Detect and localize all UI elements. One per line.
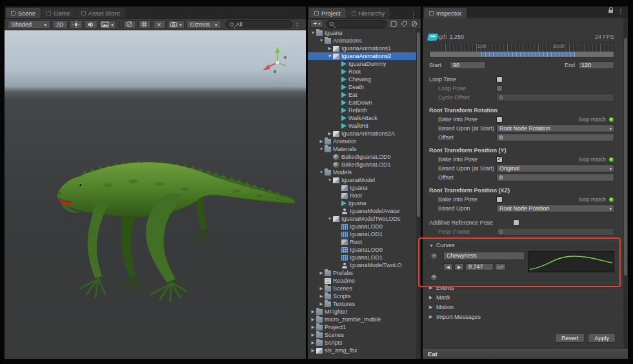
tree-item[interactable]: ▼ Animations bbox=[308, 37, 416, 45]
position-xz-bake-checkbox[interactable] bbox=[496, 196, 503, 203]
audio-toggle[interactable] bbox=[85, 20, 97, 29]
tree-item[interactable]: Eat bbox=[308, 91, 416, 99]
axis-gizmo[interactable] bbox=[259, 43, 296, 79]
tab[interactable]: Game bbox=[41, 8, 75, 18]
go-to-start-button[interactable] bbox=[443, 263, 453, 270]
tree-item[interactable]: BakedIguanaLOD0 bbox=[308, 153, 416, 161]
tree-item[interactable]: ▶ Textures bbox=[308, 300, 416, 308]
inspector-scrollbar[interactable] bbox=[623, 18, 628, 348]
expand-arrow[interactable]: ▶ bbox=[310, 339, 316, 347]
go-to-end-button[interactable] bbox=[454, 263, 464, 270]
cycle-offset-field[interactable]: 0 bbox=[496, 94, 614, 101]
grid-snap-dropdown[interactable] bbox=[138, 20, 151, 29]
expand-arrow[interactable]: ▼ bbox=[318, 37, 325, 45]
2d-toggle[interactable]: 2D bbox=[52, 20, 68, 29]
expand-arrow[interactable]: ▶ bbox=[318, 137, 325, 145]
tab[interactable]: Hierarchy bbox=[347, 8, 390, 18]
tree-item[interactable]: ▶ Scripts bbox=[308, 292, 416, 300]
tree-item[interactable]: Root bbox=[308, 192, 416, 199]
iguana-model[interactable] bbox=[5, 30, 306, 359]
tree-item[interactable]: Root bbox=[308, 68, 416, 76]
rotation-bake-checkbox[interactable] bbox=[496, 116, 503, 123]
tab-inspector[interactable]: Inspector bbox=[424, 8, 467, 18]
expand-arrow[interactable]: ▶ bbox=[310, 316, 316, 323]
tree-item[interactable]: IguanaDummy bbox=[308, 60, 416, 68]
scene-search-input[interactable]: All bbox=[225, 20, 292, 28]
clip-timeline-ruler[interactable]: 1;00 10;00 bbox=[429, 43, 614, 57]
create-asset-button[interactable] bbox=[310, 19, 323, 28]
tab[interactable]: Asset Store bbox=[76, 8, 125, 18]
tree-item[interactable]: ▶ IguanaAnimations2A bbox=[308, 130, 416, 137]
position-y-bake-checkbox[interactable] bbox=[496, 156, 503, 163]
curve-value-field[interactable]: 0.747 bbox=[465, 263, 494, 270]
expand-arrow[interactable]: ▼ bbox=[310, 29, 316, 37]
tree-item[interactable]: ▶ sls_amg_fbx bbox=[308, 347, 416, 354]
tree-item[interactable]: Root bbox=[308, 238, 416, 246]
end-field[interactable]: 120 bbox=[578, 61, 614, 69]
tree-item[interactable]: EatDown bbox=[308, 99, 416, 106]
expand-arrow[interactable]: ▼ bbox=[318, 145, 325, 153]
tree-item[interactable]: ▶ micro_zombie_mobile bbox=[308, 316, 416, 323]
perspective-label[interactable]: Persp bbox=[274, 79, 289, 86]
shading-mode-dropdown[interactable]: Shaded bbox=[8, 20, 50, 29]
loop-pose-checkbox[interactable] bbox=[496, 85, 503, 92]
start-field[interactable]: 90 bbox=[450, 61, 486, 69]
expand-arrow[interactable]: ▶ bbox=[318, 285, 325, 292]
remove-curve-button[interactable] bbox=[430, 252, 437, 259]
search-by-type-icon[interactable] bbox=[390, 20, 397, 28]
tree-item[interactable]: IguanaLOD1 bbox=[308, 254, 416, 261]
tree-item[interactable]: Chewing bbox=[308, 76, 416, 83]
expand-arrow[interactable]: ▶ bbox=[327, 130, 333, 137]
tree-item[interactable]: ▶ Scenes bbox=[308, 285, 416, 292]
position-xz-based-dropdown[interactable]: Root Node Position bbox=[496, 205, 614, 212]
tree-item[interactable]: ▼ IguanaModel bbox=[308, 176, 416, 184]
tree-item[interactable]: ▶ Scripts bbox=[308, 339, 416, 347]
tree-item[interactable]: ▶ Prefabs bbox=[308, 269, 416, 277]
additive-reference-checkbox[interactable] bbox=[513, 219, 519, 226]
tab[interactable]: Scene bbox=[6, 8, 41, 18]
scene-viewport[interactable]: Persp bbox=[5, 30, 306, 359]
lock-icon[interactable] bbox=[608, 10, 613, 13]
tree-item[interactable]: ▶ Project1 bbox=[308, 323, 416, 331]
tree-item[interactable]: ▼ IguanaModelTwoLODs bbox=[308, 215, 416, 223]
camera-dropdown[interactable] bbox=[168, 20, 185, 29]
tree-item[interactable]: ▶ IguanaAnimations1 bbox=[308, 45, 416, 52]
curve-preview[interactable] bbox=[528, 251, 614, 272]
inspector-foldout[interactable]: Mask bbox=[423, 292, 623, 302]
hidden-objects-toggle[interactable] bbox=[123, 20, 136, 29]
search-by-label-icon[interactable] bbox=[400, 20, 408, 28]
lighting-toggle[interactable] bbox=[70, 20, 83, 29]
tree-item[interactable]: ▶ Scenes bbox=[308, 331, 416, 339]
tree-item[interactable]: ▶ MFighter bbox=[308, 308, 416, 316]
expand-arrow[interactable]: ▼ bbox=[327, 176, 333, 184]
tree-item[interactable]: Readme bbox=[308, 277, 416, 285]
tree-item[interactable]: BakedIguanaLOD1 bbox=[308, 161, 416, 168]
tree-item[interactable]: IguanaLOD0 bbox=[308, 246, 416, 254]
expand-arrow[interactable]: ▶ bbox=[310, 323, 316, 331]
scene-menu-icon[interactable] bbox=[294, 19, 301, 30]
tree-item[interactable]: ▼ Materials bbox=[308, 145, 416, 153]
inspector-foldout[interactable]: Import Messages bbox=[423, 312, 623, 321]
tree-item[interactable]: IguanaLOD0 bbox=[308, 223, 416, 230]
curves-foldout[interactable]: Curves bbox=[423, 240, 623, 250]
tree-item[interactable]: WalkHit bbox=[308, 122, 416, 130]
expand-arrow[interactable]: ▶ bbox=[318, 300, 325, 308]
loop-time-checkbox[interactable] bbox=[496, 76, 503, 83]
position-y-offset-field[interactable]: 0 bbox=[496, 174, 614, 181]
inspector-foldout[interactable]: Events bbox=[423, 283, 623, 292]
expand-arrow[interactable]: ▼ bbox=[327, 215, 333, 223]
tree-item[interactable]: ▼ Iguana bbox=[308, 29, 416, 37]
revert-button[interactable]: Revert bbox=[555, 333, 585, 343]
inspector-foldout[interactable]: Motion bbox=[423, 302, 623, 312]
curve-name-field[interactable]: Chewyness bbox=[443, 252, 525, 260]
inspector-menu-icon[interactable] bbox=[618, 6, 624, 16]
expand-arrow[interactable]: ▶ bbox=[310, 308, 316, 316]
expand-arrow[interactable]: ▶ bbox=[327, 45, 333, 52]
tree-item[interactable]: Rebirth bbox=[308, 106, 416, 114]
tree-item[interactable]: ▼ Models bbox=[308, 168, 416, 176]
effects-dropdown[interactable] bbox=[99, 20, 116, 29]
rotation-offset-field[interactable]: 0 bbox=[496, 134, 614, 141]
rotation-based-dropdown[interactable]: Root Node Rotation bbox=[496, 125, 614, 132]
apply-button[interactable]: Apply bbox=[588, 333, 616, 343]
tree-item[interactable]: WalkAttack bbox=[308, 114, 416, 122]
